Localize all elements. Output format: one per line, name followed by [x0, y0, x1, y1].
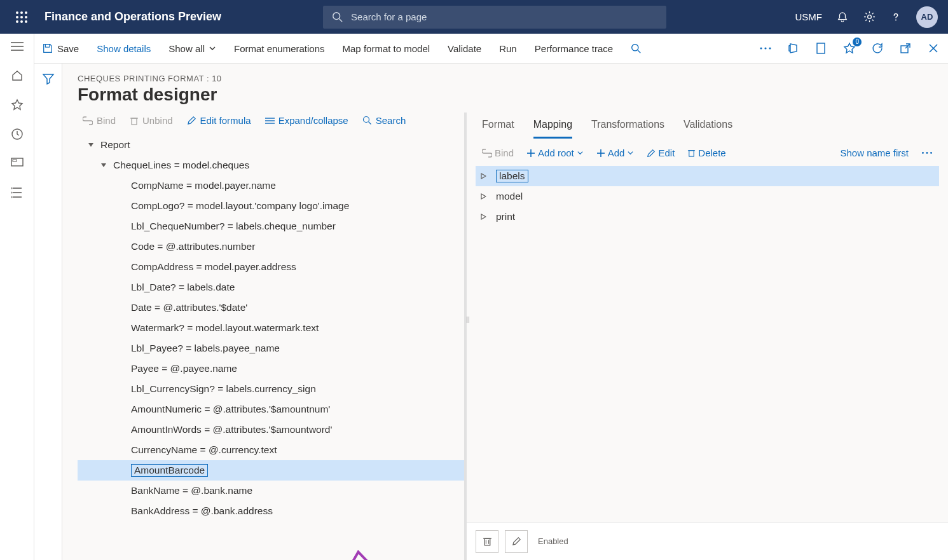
svg-point-8	[25, 20, 27, 23]
tree-node[interactable]: Lbl_Payee? = labels.payee_name	[78, 338, 464, 359]
tree-node[interactable]: Lbl_CurrencySign? = labels.currency_sign	[78, 379, 464, 399]
datasource-row[interactable]: labels	[476, 166, 939, 186]
gear-icon[interactable]	[863, 11, 876, 24]
show-name-first-button[interactable]: Show name first	[840, 147, 909, 158]
recent-icon[interactable]	[10, 126, 25, 142]
overflow-menu[interactable]	[759, 41, 773, 55]
tab-format[interactable]: Format	[482, 115, 514, 139]
add-button[interactable]: Add	[596, 147, 635, 158]
map-bind-button[interactable]: Bind	[482, 147, 514, 158]
svg-rect-35	[132, 118, 137, 125]
close-icon[interactable]	[926, 41, 940, 55]
app-launcher[interactable]	[10, 6, 33, 29]
performance-trace-button[interactable]: Performance trace	[535, 43, 613, 54]
add-root-button[interactable]: Add root	[526, 147, 584, 158]
global-search[interactable]: Search for a page	[323, 6, 666, 29]
pencil-icon	[647, 149, 656, 158]
tab-validations[interactable]: Validations	[684, 115, 732, 139]
edit-formula-button[interactable]: Edit formula	[187, 115, 251, 126]
svg-point-49	[926, 152, 928, 154]
filter-icon[interactable]	[42, 72, 55, 560]
search-icon	[362, 116, 372, 125]
tree-node[interactable]: AmountInWords = @.attributes.'$amountwor…	[78, 420, 464, 440]
annotation-arrow	[340, 549, 384, 560]
save-button[interactable]: Save	[42, 43, 79, 54]
unbind-button[interactable]: Unbind	[130, 115, 173, 126]
svg-point-7	[20, 20, 23, 23]
tree-node[interactable]: CompAddress = model.payer.address	[78, 257, 464, 277]
datasource-row[interactable]: model	[476, 186, 939, 207]
tree-node[interactable]: Lbl_Date? = labels.date	[78, 277, 464, 297]
help-icon[interactable]	[890, 11, 902, 24]
show-all-button[interactable]: Show all	[168, 43, 216, 54]
notifications-button[interactable]: 0	[842, 41, 856, 55]
edit-icon-button[interactable]	[505, 530, 528, 553]
tree-node[interactable]: CompName = model.payer.name	[78, 175, 464, 196]
expand-collapse-button[interactable]: Expand/collapse	[265, 115, 348, 126]
svg-point-3	[16, 16, 18, 18]
tree-node[interactable]: AmountBarcode	[78, 460, 464, 481]
tree-node[interactable]: Code = @.attributes.number	[78, 236, 464, 257]
tree-node[interactable]: Lbl_ChequeNumber? = labels.cheque_number	[78, 216, 464, 236]
svg-rect-51	[484, 538, 490, 545]
tree-search-button[interactable]: Search	[362, 115, 406, 126]
validate-button[interactable]: Validate	[448, 43, 481, 54]
avatar[interactable]: AD	[916, 6, 938, 28]
hamburger-icon[interactable]	[10, 39, 25, 54]
svg-point-0	[16, 11, 18, 14]
bell-icon[interactable]	[836, 11, 849, 24]
plus-icon	[596, 149, 605, 158]
tree-node[interactable]: Date = @.attributes.'$date'	[78, 297, 464, 318]
tab-transformations[interactable]: Transformations	[591, 115, 664, 139]
tree-node-chequelines[interactable]: ChequeLines = model.cheques	[78, 155, 464, 175]
waffle-icon	[16, 11, 27, 23]
refresh-icon[interactable]	[870, 41, 884, 55]
office-icon[interactable]	[787, 41, 800, 55]
delete-icon-button[interactable]	[476, 530, 498, 553]
expand-toggle[interactable]	[86, 142, 95, 148]
page-title: Format designer	[62, 83, 948, 113]
tree-node[interactable]: Watermark? = model.layout.watermark.text	[78, 318, 464, 338]
svg-point-23	[11, 192, 13, 194]
svg-rect-18	[13, 160, 17, 161]
tree-node[interactable]: Payee = @.payee.name	[78, 359, 464, 379]
show-details-button[interactable]: Show details	[97, 43, 151, 54]
chevron-down-icon	[577, 149, 584, 156]
bind-button[interactable]: Bind	[83, 115, 116, 126]
cmdbar-search-button[interactable]	[631, 43, 642, 54]
format-enumerations-button[interactable]: Format enumerations	[234, 43, 325, 54]
tree-node-report[interactable]: Report	[78, 135, 464, 155]
svg-point-50	[930, 152, 932, 154]
attachments-icon[interactable]	[814, 41, 828, 55]
splitter[interactable]: ||	[465, 310, 471, 329]
svg-point-28	[760, 47, 762, 49]
run-button[interactable]: Run	[499, 43, 517, 54]
save-label: Save	[57, 43, 79, 54]
workspace-icon[interactable]	[10, 156, 25, 171]
popout-icon[interactable]	[898, 41, 912, 55]
home-icon[interactable]	[10, 68, 25, 83]
edit-button[interactable]: Edit	[647, 147, 675, 158]
chevron-down-icon	[627, 149, 634, 156]
delete-button[interactable]: Delete	[687, 147, 725, 158]
tree-node[interactable]: BankAddress = @.bank.address	[78, 501, 464, 521]
map-format-button[interactable]: Map format to model	[343, 43, 430, 54]
tab-mapping[interactable]: Mapping	[533, 115, 572, 139]
expand-toggle[interactable]	[99, 162, 108, 168]
notif-badge: 0	[853, 38, 862, 46]
expand-toggle[interactable]	[481, 173, 490, 179]
tree-node[interactable]: BankName = @.bank.name	[78, 481, 464, 501]
tree-node[interactable]: AmountNumeric = @.attributes.'$amountnum…	[78, 399, 464, 420]
svg-rect-46	[689, 151, 694, 156]
tree-node[interactable]: CurrencyName = @.currency.text	[78, 440, 464, 460]
tree-node[interactable]: CompLogo? = model.layout.'company logo'.…	[78, 196, 464, 216]
expand-toggle[interactable]	[481, 214, 490, 220]
legal-entity[interactable]: USMF	[795, 11, 823, 22]
save-icon	[42, 43, 53, 54]
modules-icon[interactable]	[10, 185, 25, 200]
star-icon[interactable]	[10, 97, 25, 113]
svg-point-24	[11, 196, 13, 198]
map-overflow-menu[interactable]	[921, 151, 933, 154]
datasource-row[interactable]: print	[476, 207, 939, 227]
expand-toggle[interactable]	[481, 193, 490, 200]
